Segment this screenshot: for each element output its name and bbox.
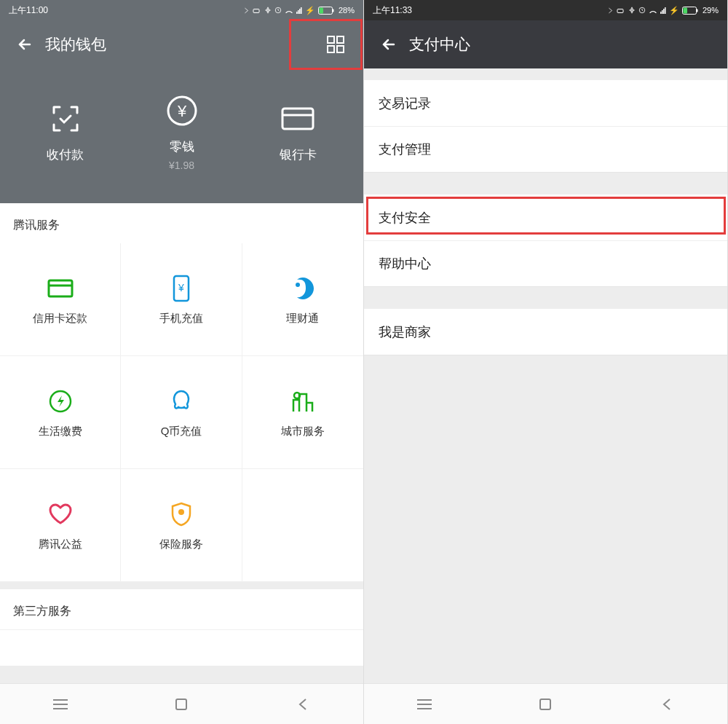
- svg-rect-36: [696, 9, 697, 12]
- city-icon: [288, 387, 317, 416]
- payment-center-screen: 上午11:33 ⚡ 29% 支付中心 交易记录 支付管理 支付安全 帮助中心: [364, 0, 728, 724]
- status-time: 上午11:00: [9, 4, 48, 17]
- balance-amount: ¥1.98: [169, 160, 194, 171]
- balance-button[interactable]: ¥ 零钱 ¥1.98: [124, 93, 240, 171]
- svg-rect-28: [176, 699, 186, 709]
- grid-menu-button[interactable]: [321, 30, 350, 59]
- list-item-label: 支付安全: [379, 209, 431, 227]
- home-button[interactable]: [509, 690, 582, 719]
- service-charity[interactable]: 腾讯公益: [0, 469, 121, 582]
- svg-rect-10: [337, 36, 344, 43]
- svg-rect-9: [328, 36, 334, 43]
- item-help-center[interactable]: 帮助中心: [364, 240, 727, 286]
- section-header-thirdparty: 第三方服务: [0, 582, 363, 629]
- svg-point-21: [296, 283, 300, 287]
- licaitong-icon: [288, 274, 317, 303]
- svg-rect-41: [540, 699, 550, 709]
- svg-rect-17: [49, 280, 72, 296]
- page-title: 我的钱包: [45, 34, 106, 55]
- svg-rect-7: [332, 9, 333, 12]
- recent-apps-button[interactable]: [24, 690, 97, 719]
- service-label: 腾讯公益: [39, 538, 82, 551]
- status-bar: 上午11:33 ⚡ 29%: [364, 0, 727, 20]
- svg-text:¥: ¥: [178, 282, 184, 294]
- service-life-payment[interactable]: 生活缴费: [0, 356, 121, 469]
- pay-receive-button[interactable]: 收付款: [7, 101, 124, 163]
- svg-rect-3: [298, 10, 299, 14]
- service-label: Q币充值: [161, 425, 202, 438]
- service-credit-card-repay[interactable]: 信用卡还款: [0, 243, 121, 356]
- bolt-icon: [46, 387, 75, 416]
- pay-receive-icon: [48, 101, 83, 136]
- svg-rect-4: [299, 9, 301, 14]
- service-label: 保险服务: [159, 538, 203, 551]
- heart-icon: [46, 500, 75, 529]
- list-item-label: 交易记录: [379, 95, 431, 112]
- sys-back-button[interactable]: [266, 690, 339, 719]
- list-item-label: 支付管理: [379, 141, 431, 158]
- status-icons: ⚡ 28%: [243, 6, 355, 15]
- bank-card-button[interactable]: 银行卡: [240, 101, 356, 163]
- wallet-screen: 上午11:00 ⚡ 28% 我的钱包: [0, 0, 364, 724]
- content-area: 腾讯服务 信用卡还款 ¥ 手机充值 理财通 生活缴费 Q币充值: [0, 203, 363, 683]
- home-button[interactable]: [145, 690, 218, 719]
- svg-rect-31: [660, 12, 662, 14]
- svg-rect-29: [617, 9, 623, 12]
- service-label: 生活缴费: [39, 425, 82, 438]
- balance-icon: ¥: [165, 93, 199, 128]
- service-q-coin[interactable]: Q币充值: [121, 356, 242, 469]
- battery-percent: 29%: [703, 6, 719, 15]
- sys-back-button[interactable]: [630, 690, 703, 719]
- svg-rect-8: [319, 7, 323, 13]
- list-item-label: 我是商家: [379, 323, 431, 341]
- phone-icon: ¥: [167, 274, 196, 303]
- grid-icon: [326, 35, 345, 54]
- service-phone-topup[interactable]: ¥ 手机充值: [121, 243, 242, 356]
- item-merchant[interactable]: 我是商家: [364, 309, 727, 355]
- section-header-tencent: 腾讯服务: [0, 203, 363, 243]
- service-licaitong[interactable]: 理财通: [242, 243, 363, 356]
- service-label: 理财通: [286, 312, 319, 326]
- svg-rect-12: [337, 46, 344, 52]
- empty-area: [364, 355, 727, 683]
- service-empty: [242, 469, 363, 582]
- svg-point-23: [294, 393, 300, 398]
- system-nav: [364, 683, 727, 724]
- svg-text:¥: ¥: [176, 102, 186, 120]
- service-city[interactable]: 城市服务: [242, 356, 363, 469]
- svg-rect-32: [662, 10, 663, 14]
- svg-rect-34: [665, 7, 666, 14]
- page-title: 支付中心: [409, 34, 470, 55]
- qq-icon: [167, 387, 196, 416]
- battery-percent: 28%: [339, 6, 355, 15]
- svg-point-24: [178, 509, 184, 515]
- svg-rect-11: [328, 46, 334, 52]
- service-insurance[interactable]: 保险服务: [121, 469, 242, 582]
- status-bar: 上午11:00 ⚡ 28%: [0, 0, 363, 20]
- service-label: 城市服务: [281, 425, 325, 438]
- hero-label: 收付款: [47, 146, 84, 163]
- back-button[interactable]: [377, 33, 400, 56]
- hero-label: 银行卡: [280, 146, 317, 163]
- item-payment-security[interactable]: 支付安全: [364, 194, 727, 240]
- item-transaction-history[interactable]: 交易记录: [364, 80, 727, 126]
- hero-label: 零钱: [170, 138, 194, 155]
- system-nav: [0, 683, 363, 724]
- svg-rect-5: [301, 7, 302, 14]
- svg-rect-37: [683, 7, 687, 13]
- svg-rect-33: [663, 9, 665, 14]
- back-button[interactable]: [13, 33, 36, 56]
- service-label: 信用卡还款: [33, 312, 87, 326]
- card-icon: [280, 101, 315, 136]
- svg-rect-15: [282, 109, 313, 129]
- status-icons: ⚡ 29%: [607, 6, 719, 15]
- wallet-hero: 收付款 ¥ 零钱 ¥1.98 银行卡: [0, 68, 363, 203]
- nav-bar: 支付中心: [364, 20, 727, 68]
- services-grid: 信用卡还款 ¥ 手机充值 理财通 生活缴费 Q币充值 城市服务: [0, 243, 363, 582]
- service-label: 手机充值: [159, 312, 203, 326]
- recent-apps-button[interactable]: [388, 690, 461, 719]
- status-time: 上午11:33: [373, 4, 412, 17]
- list-item-label: 帮助中心: [379, 255, 431, 272]
- list-content: 交易记录 支付管理 支付安全 帮助中心 我是商家: [364, 68, 727, 355]
- item-payment-management[interactable]: 支付管理: [364, 126, 727, 172]
